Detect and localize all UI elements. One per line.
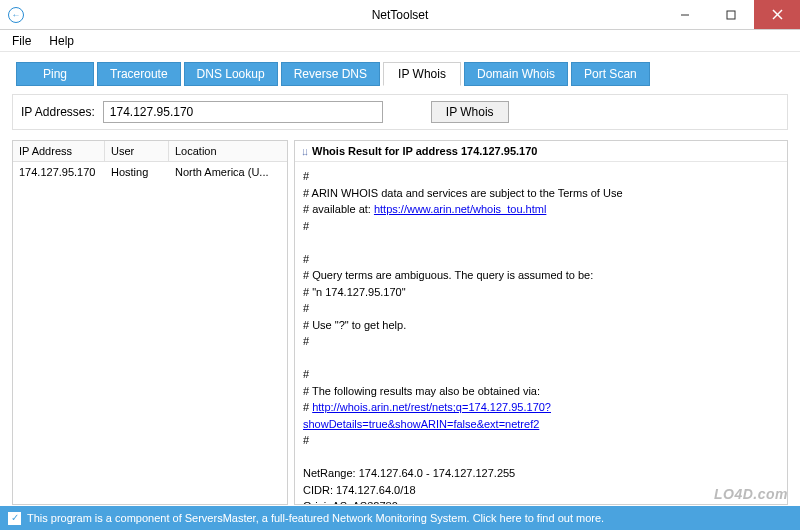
input-row: IP Addresses: IP Whois [12, 94, 788, 130]
result-title: Whois Result for IP address 174.127.95.1… [312, 145, 537, 157]
app-icon: ← [8, 7, 24, 23]
minimize-button[interactable] [662, 0, 708, 29]
tab-traceroute[interactable]: Traceroute [97, 62, 181, 86]
th-ip-address[interactable]: IP Address [13, 141, 105, 161]
whois-line: NetRange: 174.127.64.0 - 174.127.127.255 [303, 465, 779, 482]
svg-rect-1 [727, 11, 735, 19]
whois-line: # The following results may also be obta… [303, 383, 779, 400]
tab-port-scan[interactable]: Port Scan [571, 62, 650, 86]
td-user: Hosting [111, 166, 175, 178]
ip-addresses-input[interactable] [103, 101, 383, 123]
results-table: IP Address User Location 174.127.95.170 … [12, 140, 288, 505]
whois-line: # [303, 251, 779, 268]
whois-line: # [303, 168, 779, 185]
whois-result-panel: ↓↓ Whois Result for IP address 174.127.9… [294, 140, 788, 505]
table-header: IP Address User Location [13, 141, 287, 162]
rest-query-link[interactable]: http://whois.arin.net/rest/nets;q=174.12… [303, 401, 551, 430]
tabs: Ping Traceroute DNS Lookup Reverse DNS I… [12, 62, 788, 86]
whois-line: # [303, 218, 779, 235]
td-ip: 174.127.95.170 [19, 166, 111, 178]
whois-line: OriginAS: AS32780 [303, 498, 779, 504]
whois-line: # [303, 366, 779, 383]
ip-addresses-label: IP Addresses: [21, 105, 95, 119]
whois-line: # [303, 300, 779, 317]
whois-line: CIDR: 174.127.64.0/18 [303, 482, 779, 499]
close-button[interactable] [754, 0, 800, 29]
menu-help[interactable]: Help [43, 32, 80, 50]
main-split: IP Address User Location 174.127.95.170 … [12, 140, 788, 505]
whois-line: # Use "?" to get help. [303, 317, 779, 334]
tab-ping[interactable]: Ping [16, 62, 94, 86]
titlebar: ← NetToolset [0, 0, 800, 30]
tab-domain-whois[interactable]: Domain Whois [464, 62, 568, 86]
tab-ip-whois[interactable]: IP Whois [383, 62, 461, 86]
th-user[interactable]: User [105, 141, 169, 161]
tab-reverse-dns[interactable]: Reverse DNS [281, 62, 380, 86]
maximize-button[interactable] [708, 0, 754, 29]
whois-line: # available at: https://www.arin.net/who… [303, 201, 779, 218]
whois-line: # [303, 333, 779, 350]
footer-banner[interactable]: ✓ This program is a component of Servers… [0, 506, 800, 530]
footer-text: This program is a component of ServersMa… [27, 512, 604, 524]
menubar: File Help [0, 30, 800, 52]
result-body[interactable]: # # ARIN WHOIS data and services are sub… [295, 162, 787, 504]
tab-dns-lookup[interactable]: DNS Lookup [184, 62, 278, 86]
th-location[interactable]: Location [169, 141, 287, 161]
result-header[interactable]: ↓↓ Whois Result for IP address 174.127.9… [295, 141, 787, 162]
check-icon: ✓ [8, 512, 21, 525]
td-location: North America (U... [175, 166, 281, 178]
menu-file[interactable]: File [6, 32, 37, 50]
table-row[interactable]: 174.127.95.170 Hosting North America (U.… [13, 162, 287, 182]
whois-line: # http://whois.arin.net/rest/nets;q=174.… [303, 399, 779, 432]
whois-line: # [303, 432, 779, 449]
whois-line: # "n 174.127.95.170" [303, 284, 779, 301]
whois-line: # Query terms are ambiguous. The query i… [303, 267, 779, 284]
whois-line: # ARIN WHOIS data and services are subje… [303, 185, 779, 202]
window-controls [662, 0, 800, 29]
window-title: NetToolset [372, 8, 429, 22]
tou-link[interactable]: https://www.arin.net/whois_tou.html [374, 203, 546, 215]
ip-whois-button[interactable]: IP Whois [431, 101, 509, 123]
content-area: Ping Traceroute DNS Lookup Reverse DNS I… [0, 52, 800, 505]
expand-icon: ↓↓ [301, 145, 306, 157]
watermark: LO4D.com [714, 486, 788, 502]
